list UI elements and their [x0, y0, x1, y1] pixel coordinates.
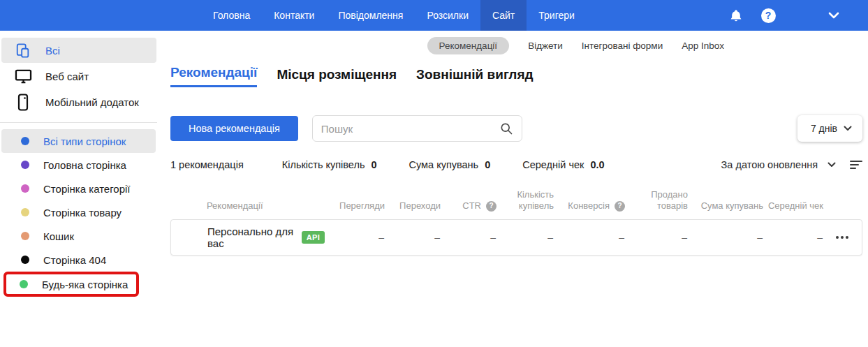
column-header-ctr: CTR ?: [441, 200, 496, 212]
sidebar-item-web-site[interactable]: Веб сайт: [1, 64, 156, 89]
account-chevron-down-icon[interactable]: [823, 5, 844, 26]
site-subnav: Рекомендації Віджети Інтегровані форми A…: [170, 31, 862, 60]
stats-row: 1 рекомендація Кількість купівель0 Сума …: [170, 159, 862, 170]
devices-icon: [14, 43, 32, 59]
sidebar-item-all-sources[interactable]: Всі: [1, 38, 156, 63]
chevron-down-icon[interactable]: [827, 162, 836, 168]
help-icon[interactable]: ?: [758, 5, 779, 26]
page-type-dot: [21, 256, 29, 264]
page-type-dot: [21, 184, 29, 193]
stat-value: 0: [485, 159, 490, 170]
cell-purchase-sum: –: [687, 232, 763, 243]
nav-item-kontakty[interactable]: Контакти: [262, 0, 326, 31]
subnav-item-recommendations[interactable]: Рекомендації: [427, 37, 510, 54]
sidebar-item-any-page[interactable]: Будь-яка сторінка: [3, 272, 139, 297]
sidebar-item-label: Будь-яка сторінка: [42, 279, 128, 290]
stat-count: 1 рекомендація: [170, 159, 250, 170]
sidebar-item-label: Кошик: [43, 230, 74, 242]
tab-placements[interactable]: Місця розміщення: [277, 67, 397, 87]
sidebar-item-mobile-app[interactable]: Мобільний додаток: [1, 89, 156, 115]
nav-item-sait[interactable]: Сайт: [480, 0, 527, 31]
desktop-icon: [14, 68, 32, 84]
column-header-items-sold: Продано товарів: [625, 189, 688, 212]
tab-appearance[interactable]: Зовнішній вигляд: [416, 67, 534, 87]
stat-label: Середній чек: [522, 159, 584, 170]
new-recommendation-button[interactable]: Нова рекомендація: [170, 116, 298, 141]
cell-average-check: –: [763, 232, 823, 243]
table-header: Рекомендації Перегляди Переходи CTR ? Кі…: [170, 170, 862, 219]
cell-conversion: –: [553, 232, 624, 243]
sort-control[interactable]: За датою оновлення: [721, 159, 862, 170]
help-tooltip-icon[interactable]: ?: [486, 201, 496, 212]
sidebar-item-404-page[interactable]: Сторінка 404: [1, 248, 156, 272]
stat-label: Кількість купівель: [282, 159, 365, 170]
sidebar-item-label: Сторінка товару: [43, 207, 122, 219]
page-tabs: Рекомендації Місця розміщення Зовнішній …: [170, 65, 862, 87]
bell-icon[interactable]: [726, 5, 746, 26]
page-type-dot: [20, 280, 28, 288]
stat-label: 1 рекомендація: [170, 159, 244, 170]
stat-value: 0.0: [590, 159, 604, 170]
sidebar-item-label: Сторінка 404: [43, 254, 106, 266]
tab-recommendations[interactable]: Рекомендації: [170, 65, 257, 87]
nav-item-povidomlennya[interactable]: Повідомлення: [326, 0, 415, 31]
sidebar-item-label: Всі: [45, 45, 60, 57]
page-type-dot: [21, 232, 29, 240]
help-tooltip-icon[interactable]: ?: [615, 201, 625, 212]
top-navbar: Головна Контакти Повідомлення Розсилки С…: [0, 0, 868, 31]
sidebar-item-label: Сторінка категорії: [43, 183, 131, 195]
column-header-recommendations: Рекомендації: [170, 200, 325, 212]
sort-lines-icon[interactable]: [850, 160, 862, 170]
column-header-conversion: Конверсія ?: [554, 200, 625, 212]
mobile-icon: [14, 94, 32, 111]
cell-items-sold: –: [624, 232, 687, 243]
search-input[interactable]: [321, 123, 499, 135]
column-header-purchase-sum: Сума купувань: [688, 200, 763, 212]
nav-item-tryhery[interactable]: Тригери: [527, 0, 587, 31]
sidebar-item-home-page[interactable]: Головна сторінка: [1, 153, 156, 177]
sidebar-item-label: Веб сайт: [45, 71, 89, 82]
period-label: 7 днів: [811, 123, 837, 134]
app-window: Головна Контакти Повідомлення Розсилки С…: [0, 0, 868, 347]
row-more-menu-icon[interactable]: [823, 236, 862, 239]
search-box[interactable]: [312, 115, 522, 142]
recommendation-name-cell[interactable]: Персонально для вас API: [171, 226, 325, 249]
column-header-clicks: Переходи: [385, 200, 441, 212]
sidebar-item-label: Мобільний додаток: [45, 96, 139, 108]
chevron-down-icon: [844, 126, 852, 131]
sidebar-item-cart[interactable]: Кошик: [1, 224, 156, 248]
column-header-views: Перегляди: [325, 200, 385, 212]
nav-item-rozsylky[interactable]: Розсилки: [415, 0, 480, 31]
subnav-item-app-inbox[interactable]: App Inbox: [682, 40, 724, 51]
column-header-purchases: Кількість купівель: [496, 189, 554, 212]
stat-label: Сума купувань: [409, 159, 479, 170]
toolbar: Нова рекомендація 7 днів: [170, 115, 862, 142]
cell-clicks: –: [384, 232, 440, 243]
cell-views: –: [325, 232, 384, 243]
stat-value: 0: [371, 159, 376, 170]
cell-purchases: –: [496, 232, 553, 243]
table-row[interactable]: Персонально для вас API – – – – – – – –: [170, 219, 862, 256]
subnav-item-embedded-forms[interactable]: Інтегровані форми: [582, 40, 663, 51]
search-icon[interactable]: [499, 121, 513, 135]
cell-ctr: –: [440, 232, 496, 243]
stat-average-check: Середній чек0.0: [522, 159, 604, 170]
main-content: Рекомендації Віджети Інтегровані форми A…: [157, 31, 868, 347]
topbar-right-icons: ?: [726, 0, 868, 31]
page-type-dot: [21, 208, 29, 216]
api-badge: API: [302, 231, 325, 244]
stat-purchase-sum: Сума купувань0: [409, 159, 491, 170]
nav-item-golovna[interactable]: Головна: [201, 0, 262, 31]
sidebar-divider: [0, 122, 157, 123]
recommendation-name: Персонально для вас: [207, 226, 294, 249]
stat-purchases: Кількість купівель0: [282, 159, 377, 170]
sidebar-item-product-page[interactable]: Сторінка товару: [1, 200, 156, 224]
column-header-average-check: Середній чек: [763, 200, 823, 212]
sidebar-item-category-page[interactable]: Сторінка категорії: [1, 177, 156, 200]
top-nav-menu: Головна Контакти Повідомлення Розсилки С…: [201, 0, 587, 31]
period-dropdown[interactable]: 7 днів: [797, 115, 862, 142]
sidebar-item-label: Всі типи сторінок: [43, 135, 126, 147]
sidebar: Всі Веб сайт Мобільний д: [0, 31, 157, 347]
subnav-item-widgets[interactable]: Віджети: [528, 40, 563, 51]
sidebar-item-all-page-types[interactable]: Всі типи сторінок: [1, 129, 156, 153]
